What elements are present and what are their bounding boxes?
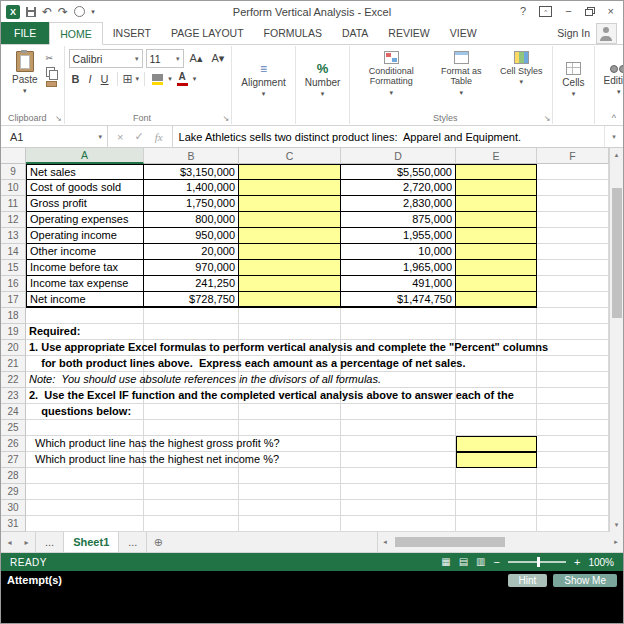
enter-icon[interactable]: ✓ [134, 130, 143, 143]
cell-C10[interactable] [239, 180, 341, 196]
cell-F9[interactable] [537, 164, 609, 180]
row-header-14[interactable]: 14 [1, 244, 26, 260]
row-header-22[interactable]: 22 [1, 372, 26, 388]
copy-icon[interactable] [46, 67, 55, 77]
increase-font-icon[interactable]: A▴ [187, 53, 206, 64]
cell-D14[interactable]: 10,000 [341, 244, 456, 260]
cell-F26[interactable] [537, 436, 609, 452]
cell-F29[interactable] [537, 484, 609, 500]
sign-in[interactable]: Sign In [557, 22, 623, 44]
conditional-formatting-button[interactable]: Conditional Formatting ▾ [354, 49, 428, 99]
zoom-out-icon[interactable]: − [494, 557, 500, 568]
name-box-dropdown-icon[interactable]: ▾ [98, 133, 102, 141]
cell-D31[interactable] [341, 516, 456, 532]
cell-D12[interactable]: 875,000 [341, 212, 456, 228]
cell-C18[interactable] [239, 308, 341, 324]
cell-B24[interactable] [144, 404, 239, 420]
cell-A17[interactable]: Net income [26, 292, 144, 308]
cell-B29[interactable] [144, 484, 239, 500]
cell-E26[interactable] [456, 436, 537, 452]
scroll-left-icon[interactable]: ◂ [378, 532, 392, 552]
scroll-down-icon[interactable]: ▾ [610, 518, 623, 532]
italic-button[interactable]: I [86, 74, 95, 85]
row-header-27[interactable]: 27 [1, 452, 26, 468]
cell-D9[interactable]: $5,550,000 [341, 164, 456, 180]
cell-F23[interactable] [537, 388, 609, 404]
cell-A15[interactable]: Income before tax [26, 260, 144, 276]
cell-D19[interactable] [341, 324, 456, 340]
borders-dropdown-icon[interactable]: ▾ [136, 75, 140, 83]
new-sheet-icon[interactable]: ⊕ [147, 532, 169, 552]
cell-B18[interactable] [144, 308, 239, 324]
cell-B14[interactable]: 20,000 [144, 244, 239, 260]
formula-content[interactable]: Lake Athletics sells two distinct produc… [173, 126, 604, 147]
cell-E19[interactable] [456, 324, 537, 340]
vertical-scroll-thumb[interactable] [612, 188, 622, 318]
cell-F25[interactable] [537, 420, 609, 436]
row-header-30[interactable]: 30 [1, 500, 26, 516]
row-header-16[interactable]: 16 [1, 276, 26, 292]
user-avatar[interactable] [596, 23, 617, 44]
cell-B11[interactable]: 1,750,000 [144, 196, 239, 212]
cell-A23[interactable]: 2. Use the Excel IF function and the com… [26, 388, 144, 404]
tab-file[interactable]: FILE [1, 22, 49, 44]
underline-button[interactable]: U [98, 74, 112, 85]
cell-A11[interactable]: Gross profit [26, 196, 144, 212]
help-icon[interactable]: ? [520, 6, 526, 17]
cell-C17[interactable] [239, 292, 341, 308]
column-header-B[interactable]: B [144, 148, 239, 164]
column-header-E[interactable]: E [456, 148, 537, 164]
cell-A28[interactable] [26, 468, 144, 484]
close-icon[interactable]: × [608, 6, 614, 17]
cell-E30[interactable] [456, 500, 537, 516]
cell-A22[interactable]: Note: You should use absolute references… [26, 372, 144, 388]
sheet-nav-next-icon[interactable]: ▸ [18, 532, 35, 552]
horizontal-scrollbar[interactable]: ◂ ▸ [377, 532, 623, 552]
row-header-24[interactable]: 24 [1, 404, 26, 420]
zoom-slider-thumb[interactable] [537, 557, 540, 567]
cell-E15[interactable] [456, 260, 537, 276]
row-header-13[interactable]: 13 [1, 228, 26, 244]
format-painter-icon[interactable] [46, 81, 57, 87]
font-name-select[interactable]: Calibri ▾ [69, 49, 143, 68]
cell-D13[interactable]: 1,955,000 [341, 228, 456, 244]
cell-A14[interactable]: Other income [26, 244, 144, 260]
normal-view-icon[interactable]: ▦ [441, 557, 450, 567]
cell-C28[interactable] [239, 468, 341, 484]
font-size-select[interactable]: 11 ▾ [146, 49, 184, 68]
cell-E28[interactable] [456, 468, 537, 484]
cut-icon[interactable]: ✂ [46, 54, 54, 63]
expand-formula-bar-icon[interactable]: ▾ [604, 126, 623, 147]
cell-F21[interactable] [537, 356, 609, 372]
cell-D29[interactable] [341, 484, 456, 500]
cell-F12[interactable] [537, 212, 609, 228]
row-header-10[interactable]: 10 [1, 180, 26, 196]
cell-D24[interactable] [341, 404, 456, 420]
cell-F28[interactable] [537, 468, 609, 484]
cell-E9[interactable] [456, 164, 537, 180]
cell-C9[interactable] [239, 164, 341, 180]
row-header-11[interactable]: 11 [1, 196, 26, 212]
tab-view[interactable]: VIEW [440, 22, 487, 44]
cell-F13[interactable] [537, 228, 609, 244]
row-header-12[interactable]: 12 [1, 212, 26, 228]
paste-dropdown-icon[interactable]: ▾ [23, 87, 27, 95]
row-header-21[interactable]: 21 [1, 356, 26, 372]
cell-C25[interactable] [239, 420, 341, 436]
cell-F31[interactable] [537, 516, 609, 532]
cell-A20[interactable]: 1. Use appropriate Excel formulas to per… [26, 340, 144, 356]
cell-C31[interactable] [239, 516, 341, 532]
cell-F10[interactable] [537, 180, 609, 196]
row-header-9[interactable]: 9 [1, 164, 26, 180]
cell-E29[interactable] [456, 484, 537, 500]
row-header-26[interactable]: 26 [1, 436, 26, 452]
tab-review[interactable]: REVIEW [378, 22, 439, 44]
cell-D16[interactable]: 491,000 [341, 276, 456, 292]
cell-B16[interactable]: 241,250 [144, 276, 239, 292]
cell-C15[interactable] [239, 260, 341, 276]
alignment-button[interactable]: ≡ Alignment ▾ [236, 61, 290, 100]
cell-C30[interactable] [239, 500, 341, 516]
zoom-slider[interactable] [508, 561, 566, 563]
select-all-corner[interactable] [1, 148, 26, 164]
cell-E22[interactable] [456, 372, 537, 388]
